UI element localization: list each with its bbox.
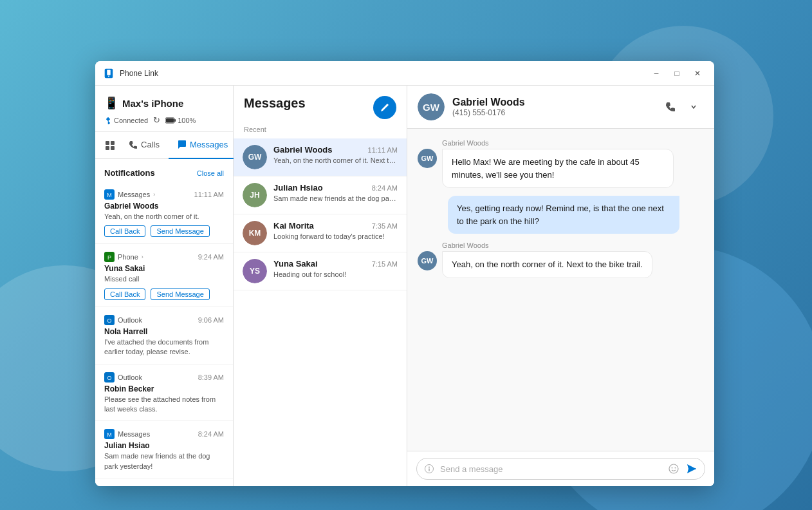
- chat-input-row: [416, 458, 705, 480]
- msg-header-row: Yuna Sakai 7:15 AM: [273, 259, 398, 269]
- notif-app-row: P Phone ›: [104, 252, 143, 262]
- phone-icon: 📱: [104, 96, 118, 110]
- messages-icon: [178, 140, 187, 149]
- close-button[interactable]: ✕: [688, 64, 706, 82]
- msg-preview: Yeah, on the north corner of it. Next to…: [273, 156, 398, 164]
- notif-time: 9:06 AM: [198, 316, 224, 324]
- send-message-button[interactable]: Send Message: [151, 288, 209, 300]
- chat-header-actions: [660, 97, 704, 117]
- sender-label: Gabriel Woods: [442, 139, 704, 147]
- received-avatar: GW: [418, 251, 437, 270]
- svg-text:P: P: [107, 254, 111, 261]
- notif-header-row: O Outlook 8:39 AM: [104, 372, 224, 382]
- svg-rect-6: [106, 141, 109, 145]
- chat-messages: Gabriel Woods GW Hello Max! We are meeti…: [407, 129, 714, 451]
- notification-item: P Phone › 9:24 AM Yuna Sakai Missed call…: [95, 245, 233, 307]
- notif-arrow: ›: [142, 254, 143, 260]
- sender-label: Gabriel Woods: [442, 241, 704, 249]
- calls-tab-label: Calls: [141, 140, 160, 149]
- device-name-row: 📱 Max's iPhone: [104, 96, 224, 110]
- msg-content: Julian Hsiao 8:24 AM Sam made new friend…: [273, 183, 398, 202]
- notif-app-name: Outlook: [118, 373, 142, 381]
- svg-rect-7: [111, 141, 115, 145]
- call-back-button[interactable]: Call Back: [104, 225, 145, 237]
- notif-app-name: Outlook: [118, 316, 142, 324]
- messages-tab-label: Messages: [190, 140, 228, 149]
- message-list-item[interactable]: GW Gabriel Woods 11:11 AM Yeah, on the n…: [234, 138, 407, 176]
- grid-icon-button[interactable]: [100, 136, 120, 155]
- notification-item: M Messages 8:23 AM Julian Hsiao Thanks f…: [95, 480, 233, 486]
- chat-input-area: [407, 451, 714, 486]
- received-bubble: Hello Max! We are meeting by the cafe in…: [442, 149, 674, 188]
- emoji-button[interactable]: [667, 462, 680, 475]
- svg-rect-5: [166, 118, 174, 122]
- connected-label: Connected: [114, 117, 148, 124]
- calls-tab[interactable]: Calls: [120, 132, 169, 159]
- notif-app-name: Phone: [118, 253, 138, 261]
- sent-bubble: Yes, getting ready now! Remind me, is th…: [448, 196, 679, 234]
- svg-text:M: M: [107, 192, 112, 198]
- notifications-title: Notifications: [104, 168, 155, 178]
- chat-message-group: Gabriel Woods GW Hello Max! We are meeti…: [418, 139, 704, 188]
- calls-icon: [129, 140, 138, 149]
- received-bubble: Yeah, on the north corner of it. Next to…: [442, 251, 652, 278]
- app-content: 📱 Max's iPhone Connected ↻: [95, 86, 714, 486]
- app-window: Phone Link – □ ✕ 📱 Max's iPhone: [95, 61, 714, 486]
- notifications-section: Notifications Close all M Messages › 11:…: [95, 159, 233, 486]
- nav-tabs-left: Calls Messages: [100, 132, 237, 159]
- title-bar-controls: – □ ✕: [647, 64, 706, 82]
- send-button[interactable]: [685, 462, 698, 475]
- messages-panel: Messages Recent GW Gabriel Woods 11:11 A…: [234, 86, 407, 486]
- svg-text:M: M: [107, 431, 112, 438]
- close-all-button[interactable]: Close all: [197, 169, 224, 177]
- svg-point-27: [669, 464, 678, 473]
- status-row: Connected ↻ 100%: [104, 115, 224, 125]
- message-list-item[interactable]: YS Yuna Sakai 7:15 AM Heading out for sc…: [234, 252, 407, 290]
- svg-point-29: [675, 468, 676, 469]
- minimize-button[interactable]: –: [647, 64, 665, 82]
- chat-msg-row: GW Yeah, on the north corner of it. Next…: [418, 251, 704, 278]
- msg-avatar: KM: [243, 221, 267, 245]
- msg-header-row: Gabriel Woods 11:11 AM: [273, 145, 398, 155]
- svg-point-2: [108, 75, 109, 77]
- notif-time: 9:24 AM: [198, 253, 224, 261]
- chat-contact-phone: (415) 555-0176: [452, 108, 652, 117]
- compose-icon: [380, 102, 390, 113]
- notif-preview: Yeah, on the north corner of it.: [104, 212, 224, 222]
- msg-preview: Heading out for school!: [273, 270, 398, 278]
- message-list: GW Gabriel Woods 11:11 AM Yeah, on the n…: [234, 138, 407, 486]
- notif-sender: Gabriel Woods: [104, 202, 224, 211]
- emoji-icon: [669, 464, 679, 474]
- notification-item: O Outlook 9:06 AM Nola Harrell I've atta…: [95, 308, 233, 364]
- compose-button[interactable]: [373, 96, 396, 119]
- svg-point-25: [429, 467, 430, 468]
- notif-preview: Sam made new friends at the dog park yes…: [104, 451, 224, 471]
- battery-icon: [165, 117, 176, 124]
- maximize-button[interactable]: □: [668, 64, 686, 82]
- message-list-item[interactable]: JH Julian Hsiao 8:24 AM Sam made new fri…: [234, 176, 407, 214]
- notif-app-icon: O: [104, 315, 115, 325]
- msg-time: 7:35 AM: [372, 222, 398, 230]
- refresh-icon[interactable]: ↻: [153, 115, 160, 125]
- msg-time: 8:24 AM: [372, 184, 398, 192]
- messages-recent-label: Recent: [234, 126, 407, 138]
- call-dropdown-button[interactable]: [683, 97, 704, 117]
- send-message-button[interactable]: Send Message: [151, 225, 209, 237]
- call-button[interactable]: [660, 97, 681, 117]
- call-back-button[interactable]: Call Back: [104, 288, 145, 300]
- svg-text:O: O: [107, 375, 111, 381]
- notif-app-row: O Outlook: [104, 315, 142, 325]
- svg-rect-9: [111, 146, 115, 150]
- sidebar-nav-tabs: Calls Messages ···: [95, 132, 233, 159]
- svg-rect-1: [107, 70, 110, 75]
- notif-actions: Call Back Send Message: [104, 225, 224, 237]
- battery-label: 100%: [178, 117, 196, 124]
- notif-header-row: M Messages 8:24 AM: [104, 429, 224, 439]
- grid-icon: [106, 141, 115, 150]
- messages-tab[interactable]: Messages: [169, 132, 237, 159]
- message-input[interactable]: [440, 464, 662, 474]
- notif-header-row: M Messages › 11:11 AM: [104, 189, 224, 200]
- info-button[interactable]: [423, 463, 435, 475]
- msg-time: 11:11 AM: [368, 146, 398, 154]
- message-list-item[interactable]: KM Kai Morita 7:35 AM Looking forward to…: [234, 214, 407, 252]
